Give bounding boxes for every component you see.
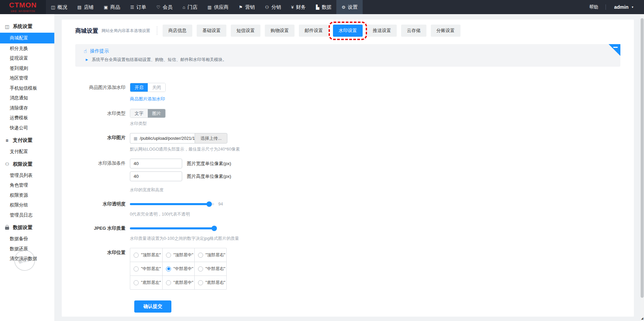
tab-watermark-settings-active[interactable]: 水印设置: [333, 25, 363, 37]
sidebar-item[interactable]: 提现设置: [0, 53, 54, 63]
type-image-button[interactable]: 图片: [148, 109, 165, 118]
sidebar-item[interactable]: 地区管理: [0, 73, 54, 83]
toggle-off-button[interactable]: 关闭: [148, 83, 165, 92]
nav-item-label: 门店: [188, 4, 197, 10]
tab-item[interactable]: 分账设置: [431, 25, 460, 37]
hand-pointer-icon: ☝: [84, 48, 87, 54]
nav-item-member[interactable]: ♡会员: [151, 0, 178, 14]
nav-item-goods[interactable]: ▣商品: [99, 0, 125, 14]
watermark-help-link[interactable]: 商品图片添加水印: [130, 96, 165, 102]
nav-item-overview[interactable]: ◫概况: [46, 0, 72, 14]
sidebar-item[interactable]: 运费模板: [0, 113, 54, 123]
scrollbar-arrow-icon[interactable]: ◢: [641, 317, 643, 320]
radio-option[interactable]: "底部居中": [162, 276, 194, 289]
logo-text: CTMON: [9, 1, 37, 8]
sidebar-item[interactable]: 权限分组: [0, 200, 54, 210]
tab-item[interactable]: 商店信息: [163, 25, 192, 37]
radio-option[interactable]: "中部居中": [162, 262, 194, 276]
nav-item-supplier[interactable]: ▥供应商: [202, 0, 234, 14]
collapse-corner[interactable]: [609, 44, 620, 56]
sidebar-section-title: 支付设置: [13, 137, 32, 143]
nav-item-label: 供应商: [214, 4, 229, 10]
tip-box: ☝ 操作提示 ▶ 系统平台全局设置包括基础设置、购物、短信、邮件和水印等相关模块…: [75, 44, 620, 67]
payment-icon: ¤: [4, 138, 10, 143]
sidebar-item[interactable]: 支付配置: [0, 147, 54, 157]
navbar-menu: ◫概况▤店铺▣商品☰订单♡会员⌂门店▥供应商⚑营销⚇分销¥财务▙数据⚙设置: [46, 0, 363, 14]
sidebar-item[interactable]: 积分兑换: [0, 43, 54, 54]
sidebar-item[interactable]: 数据还原: [0, 244, 54, 254]
sidebar-item[interactable]: 角色管理: [0, 180, 54, 190]
upload-path-input[interactable]: ▦ /public/upload/poster/2021/1...: [130, 133, 195, 143]
sidebar: ◫系统设置商城配置积分兑换提现设置签到规则地区管理手机短信模板消息通知清除缓存运…: [0, 14, 54, 321]
radio-icon: [166, 280, 171, 285]
sidebar-section-title: 权限设置: [13, 161, 32, 167]
radio-option[interactable]: "顶部居左": [130, 248, 162, 262]
opacity-slider-fill: [130, 203, 209, 205]
sidebar-item[interactable]: 消息通知: [0, 93, 54, 103]
height-input[interactable]: [130, 171, 182, 181]
nav-item-shop[interactable]: ▤店铺: [72, 0, 99, 14]
logo[interactable]: CTMON 创青盟 · 海外/国内数字营销: [0, 0, 46, 14]
sidebar-item[interactable]: 签到规则: [0, 63, 54, 73]
nav-item-data[interactable]: ▙数据: [311, 0, 336, 14]
radio-option[interactable]: "顶部居右": [194, 248, 226, 262]
sidebar-section-permission: ⚇权限设置: [0, 157, 54, 170]
jpeg-quality-slider[interactable]: [130, 227, 214, 229]
radio-option[interactable]: "中部居右": [194, 262, 226, 276]
sidebar-item[interactable]: 快递公司: [0, 123, 54, 133]
form-row-watermark-enable: 商品图片添加水印 开启 关闭 商品图片添加水印: [75, 83, 634, 102]
radio-option[interactable]: "顶部居中": [162, 248, 194, 262]
tab-item[interactable]: 购物设置: [265, 25, 295, 37]
scrollbar-thumb[interactable]: [641, 18, 644, 298]
radio-label: "中部居中": [173, 266, 193, 272]
tab-item[interactable]: 云存储: [401, 25, 426, 37]
field-control: 图片宽度单位像素(px) 图片高度单位像素(px) 水印的宽度和高度: [130, 159, 231, 193]
opacity-slider[interactable]: [130, 203, 214, 205]
tab-item[interactable]: 基础设置: [197, 25, 226, 37]
sidebar-item[interactable]: 清空演示数据: [0, 254, 54, 264]
sidebar-item[interactable]: 管理员日志: [0, 210, 54, 220]
help-link[interactable]: 帮助: [582, 4, 606, 10]
nav-item-marketing[interactable]: ⚑营销: [234, 0, 260, 14]
sidebar-item[interactable]: 清除缓存: [0, 103, 54, 113]
form-row-watermark-type: 水印类型 文字 图片 水印类型: [75, 109, 634, 126]
nav-item-store[interactable]: ⌂门店: [177, 0, 202, 14]
submit-button[interactable]: 确认提交: [134, 300, 171, 313]
field-help-watermark-condition: 水印的宽度和高度: [130, 188, 164, 193]
sidebar-item[interactable]: 手机短信模板: [0, 83, 54, 93]
header-divider: [157, 26, 157, 35]
radio-option[interactable]: "底部居右": [194, 276, 226, 289]
jpeg-quality-slider-handle[interactable]: [212, 226, 217, 231]
radio-label: "底部居左": [141, 280, 161, 286]
logo-tagline: 创青盟 · 海外/国内数字营销: [11, 10, 35, 13]
nav-item-settings[interactable]: ⚙设置: [336, 0, 363, 14]
opacity-slider-handle[interactable]: [206, 201, 212, 207]
nav-item-finance[interactable]: ¥财务: [286, 0, 311, 14]
nav-item-distribution[interactable]: ⚇分销: [260, 0, 286, 14]
scrollbar[interactable]: ◢: [640, 14, 644, 321]
width-input[interactable]: [130, 159, 182, 168]
radio-option[interactable]: "中部居左": [130, 262, 162, 276]
tab-item[interactable]: 短信设置: [231, 25, 260, 37]
field-help-watermark-image: 默认网站LOGO通用头部显示，最佳显示尺寸为240*60像素: [130, 147, 240, 152]
enable-toggle: 开启 关闭: [130, 83, 166, 92]
field-help-watermark-type: 水印类型: [130, 121, 147, 126]
finance-icon: ¥: [291, 5, 293, 10]
tab-item[interactable]: 邮件设置: [299, 25, 329, 37]
sidebar-item[interactable]: 商城配置: [0, 33, 54, 43]
admin-menu[interactable]: admin ▼: [606, 4, 634, 10]
sidebar-item[interactable]: 数据备份: [0, 234, 54, 244]
form-row-watermark-condition: 水印添加条件 图片宽度单位像素(px) 图片高度单位像素(px) 水印的宽度和高…: [75, 159, 634, 193]
sidebar-item[interactable]: 管理员列表: [0, 170, 54, 181]
radio-label: "中部居右": [205, 266, 225, 272]
upload-button[interactable]: 选择上传...: [195, 133, 227, 143]
type-text-button[interactable]: 文字: [130, 109, 148, 118]
radio-option[interactable]: "底部居左": [130, 276, 162, 289]
field-help-watermark-opacity: 0代表完全透明，100代表不透明: [130, 212, 190, 217]
toggle-on-button[interactable]: 开启: [130, 83, 148, 92]
member-icon: ♡: [157, 5, 161, 10]
field-label-watermark-enable: 商品图片添加水印: [75, 83, 130, 102]
nav-item-order[interactable]: ☰订单: [125, 0, 151, 14]
sidebar-item[interactable]: 权限资源: [0, 190, 54, 200]
tab-item[interactable]: 推送设置: [367, 25, 397, 37]
